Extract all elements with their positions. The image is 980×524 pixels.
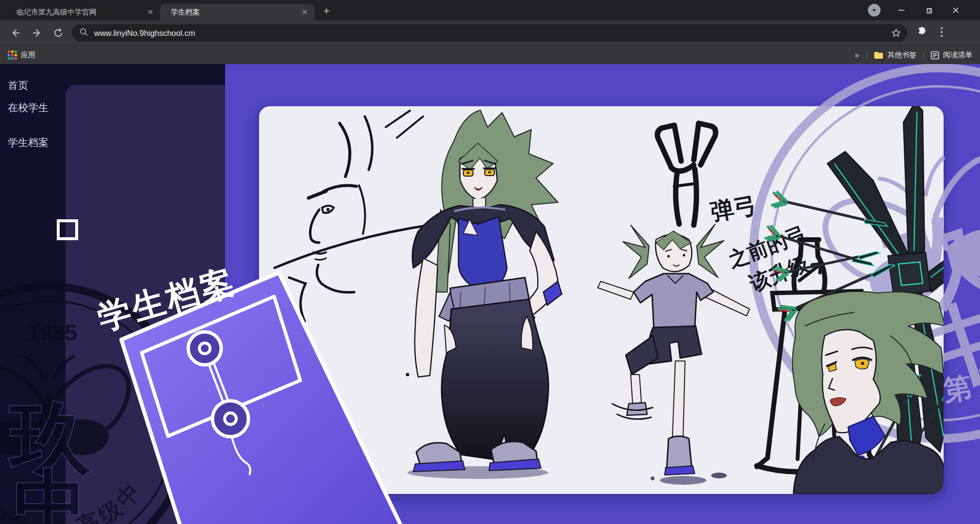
- sidebar-item-home[interactable]: 首页: [8, 79, 28, 92]
- restore-button[interactable]: [915, 0, 942, 20]
- emblem-char-zhong: 中: [14, 463, 87, 524]
- close-window-button[interactable]: [942, 0, 969, 20]
- reading-list-button[interactable]: 阅读清单: [931, 50, 972, 60]
- page-scene: 1985 玖 中 临圮市第九高级中学 玖 中 临圮市第九高级中学: [0, 64, 980, 524]
- tab-title: 学生档案: [171, 8, 300, 17]
- tab-school-site[interactable]: 临圮市第九高级中学官网 ✕: [6, 4, 160, 20]
- tab-close-icon[interactable]: ✕: [146, 7, 155, 17]
- sidebar-item-students[interactable]: 在校学生: [8, 101, 49, 115]
- closeup-face-sketch: [792, 292, 945, 494]
- divider: [866, 50, 867, 60]
- bookmark-star-icon[interactable]: [891, 28, 901, 40]
- new-tab-button[interactable]: +: [319, 4, 334, 18]
- other-bookmarks-button[interactable]: 其他书签: [874, 50, 916, 60]
- webpage-viewport: 1985 玖 中 临圮市第九高级中学 玖 中 临圮市第九高级中学: [0, 64, 980, 524]
- reading-list-icon: [931, 51, 939, 60]
- sidebar-item-archives[interactable]: 学生档案: [8, 136, 49, 149]
- divider: [923, 50, 924, 60]
- search-icon: [80, 28, 88, 38]
- window-controls: [861, 0, 980, 20]
- tab-title: 临圮市第九高级中学官网: [16, 8, 146, 17]
- reload-button[interactable]: [48, 23, 69, 43]
- bookmarks-bar: 应用 » 其他书签 阅读清单: [0, 46, 980, 64]
- apps-shortcut[interactable]: 应用: [8, 50, 35, 60]
- menu-kebab-icon[interactable]: [940, 26, 943, 40]
- extensions-puzzle-icon[interactable]: [916, 26, 928, 40]
- reading-list-label: 阅读清单: [943, 50, 972, 60]
- bookmarks-overflow-chevron[interactable]: »: [855, 50, 860, 60]
- other-bookmarks-label: 其他书签: [887, 50, 916, 60]
- minimize-button[interactable]: [888, 0, 915, 20]
- back-button[interactable]: [5, 23, 26, 43]
- update-arrow-icon: [868, 4, 881, 16]
- address-bar[interactable]: www.linyiNo.9highschool.cm: [72, 24, 907, 42]
- apps-label: 应用: [21, 50, 35, 60]
- browser-update-badge[interactable]: [861, 0, 888, 20]
- emblem-year: 1985: [28, 320, 77, 345]
- folder-icon: [874, 51, 883, 59]
- tab-bar: 临圮市第九高级中学官网 ✕ 学生档案 ✕ +: [0, 0, 980, 20]
- apps-grid-icon: [8, 50, 17, 60]
- forward-button[interactable]: [26, 23, 48, 43]
- tab-student-archive[interactable]: 学生档案 ✕: [160, 4, 314, 20]
- white-square-marker: [58, 221, 77, 239]
- browser-toolbar: www.linyiNo.9highschool.cm: [0, 20, 980, 46]
- tab-close-icon[interactable]: ✕: [300, 7, 310, 17]
- url-text: www.linyiNo.9highschool.cm: [94, 29, 195, 38]
